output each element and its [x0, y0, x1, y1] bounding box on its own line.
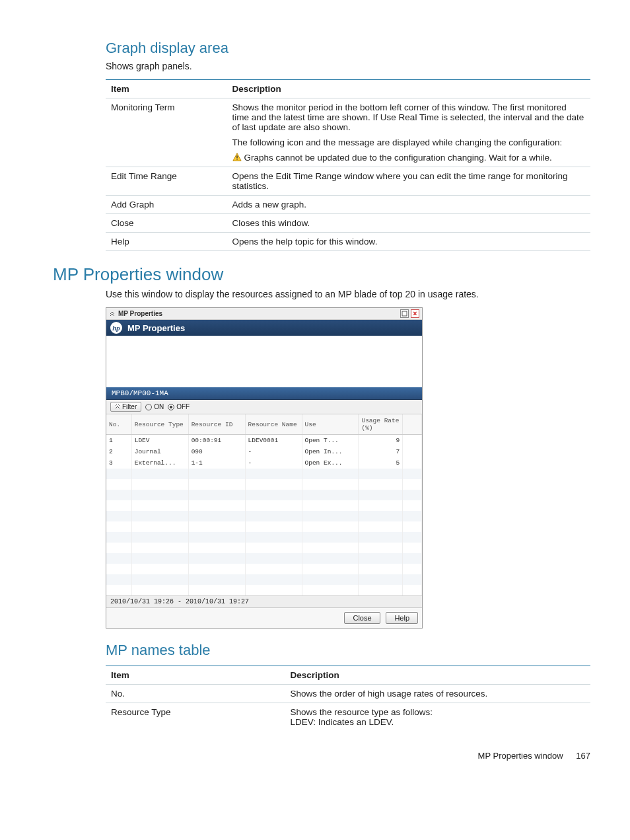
- grid-row-empty: [106, 521, 422, 532]
- cell-item: Resource Type: [106, 703, 285, 732]
- desc-line1: Shows the resource type as follows:: [291, 707, 433, 717]
- filter-button[interactable]: Filter: [110, 402, 141, 412]
- table-row: Monitoring Term Shows the monitor period…: [106, 98, 590, 167]
- mp-names-table: Item Description No. Shows the order of …: [106, 666, 590, 731]
- cell-rate: 9: [359, 435, 403, 447]
- status-bar: 2010/10/31 19:26 - 2010/10/31 19:27: [106, 595, 422, 607]
- cell-desc: Shows the resource type as follows: LDEV…: [285, 703, 590, 732]
- heading-mp-names-table: MP names table: [106, 642, 590, 659]
- cell-type: Journal: [131, 446, 188, 457]
- filter-on-radio[interactable]: ON: [145, 403, 164, 410]
- cell-desc: Closes this window.: [227, 214, 591, 233]
- cell-no: 1: [106, 435, 131, 447]
- table-row: Close Closes this window.: [106, 214, 590, 233]
- cell-id: 090: [188, 446, 245, 457]
- table-row: Resource Type Shows the resource type as…: [106, 703, 590, 732]
- cell-desc: Shows the order of high usage rates of r…: [285, 685, 590, 703]
- cell-item: Edit Time Range: [106, 167, 227, 196]
- window-body-spacer: [106, 336, 422, 387]
- cell-rate: 7: [359, 446, 403, 457]
- grid-row-empty: [106, 469, 422, 479]
- cell-no: 3: [106, 457, 131, 469]
- grid-row[interactable]: 1 LDEV 00:00:91 LDEV0001 Open T... 9: [106, 435, 422, 447]
- col-resource-type[interactable]: Resource Type: [131, 414, 188, 435]
- grid-row-empty: [106, 490, 422, 500]
- warning-text: Graphs cannot be updated due to the conf…: [244, 153, 552, 163]
- cell-type: External...: [131, 457, 188, 469]
- mp-properties-screenshot: MP Properties × hp MP Properties MPB0/MP…: [106, 307, 423, 629]
- table-row: No. Shows the order of high usage rates …: [106, 685, 590, 703]
- desc-warning: Graphs cannot be updated due to the conf…: [232, 153, 586, 163]
- col-description: Description: [227, 80, 591, 98]
- col-resource-name[interactable]: Resource Name: [245, 414, 302, 435]
- cell-desc: Adds a new graph.: [227, 196, 591, 214]
- paragraph: Shows graph panels.: [106, 61, 590, 71]
- col-item: Item: [106, 80, 227, 98]
- table-header-row: Item Description: [106, 80, 590, 98]
- footer-text: MP Properties window: [478, 751, 563, 761]
- cell-item: Close: [106, 214, 227, 233]
- window-header: hp MP Properties: [106, 320, 422, 336]
- filter-button-label: Filter: [122, 403, 137, 410]
- window-titlebar: MP Properties ×: [106, 308, 422, 320]
- grid-row-empty: [106, 564, 422, 574]
- cell-name: -: [245, 446, 302, 457]
- tab-label[interactable]: MPB0/MP00-1MA: [106, 387, 422, 400]
- cell-item: No.: [106, 685, 285, 703]
- radio-icon: [168, 404, 174, 410]
- resource-grid: No. Resource Type Resource ID Resource N…: [106, 414, 422, 595]
- cell-desc: Opens the help topic for this window.: [227, 233, 591, 251]
- cell-use: Open Ex...: [302, 457, 359, 469]
- help-button[interactable]: Help: [386, 612, 418, 624]
- grid-row-empty: [106, 585, 422, 595]
- cell-desc: Opens the Edit Time Range window where y…: [227, 167, 591, 196]
- maximize-button[interactable]: [400, 309, 409, 318]
- window-header-title: MP Properties: [127, 323, 185, 333]
- desc-p1: Shows the monitor period in the bottom l…: [232, 102, 586, 132]
- cell-type: LDEV: [131, 435, 188, 447]
- heading-graph-display-area: Graph display area: [106, 40, 590, 57]
- paragraph: Use this window to display the resources…: [106, 289, 590, 299]
- cell-desc: Shows the monitor period in the bottom l…: [227, 98, 591, 167]
- grid-row-empty: [106, 511, 422, 521]
- grid-row-empty: [106, 500, 422, 511]
- cell-item: Monitoring Term: [106, 98, 227, 167]
- col-no[interactable]: No.: [106, 414, 131, 435]
- filter-off-radio[interactable]: OFF: [168, 403, 190, 410]
- button-row: Close Help: [106, 607, 422, 628]
- graph-area-table: Item Description Monitoring Term Shows t…: [106, 79, 590, 251]
- close-button[interactable]: Close: [344, 612, 380, 624]
- cell-rate: 5: [359, 457, 403, 469]
- grid-row[interactable]: 2 Journal 090 - Open In... 7: [106, 446, 422, 457]
- filter-toolbar: Filter ON OFF: [106, 400, 422, 414]
- svg-rect-2: [236, 159, 237, 159]
- cell-item: Add Graph: [106, 196, 227, 214]
- collapse-icon[interactable]: [109, 310, 116, 318]
- table-header-row: Item Description: [106, 666, 590, 685]
- grid-row[interactable]: 3 External... 1-1 - Open Ex... 5: [106, 457, 422, 469]
- warning-icon: [232, 153, 242, 162]
- col-resource-id[interactable]: Resource ID: [188, 414, 245, 435]
- table-row: Add Graph Adds a new graph.: [106, 196, 590, 214]
- close-button[interactable]: ×: [411, 309, 419, 318]
- col-use[interactable]: Use: [302, 414, 359, 435]
- cell-use: Open In...: [302, 446, 359, 457]
- table-row: Help Opens the help topic for this windo…: [106, 233, 590, 251]
- page-footer: MP Properties window 167: [53, 751, 590, 761]
- grid-row-empty: [106, 532, 422, 543]
- cell-id: 1-1: [188, 457, 245, 469]
- col-usage-rate[interactable]: Usage Rate (%): [359, 414, 403, 435]
- grid-row-empty: [106, 543, 422, 553]
- page-number: 167: [576, 751, 590, 761]
- radio-label: ON: [154, 403, 164, 410]
- col-description: Description: [285, 666, 590, 685]
- radio-label: OFF: [176, 403, 190, 410]
- heading-mp-properties-window: MP Properties window: [53, 264, 590, 285]
- col-item: Item: [106, 666, 285, 685]
- cell-no: 2: [106, 446, 131, 457]
- chevron-up-icon: [115, 404, 120, 410]
- grid-header-row: No. Resource Type Resource ID Resource N…: [106, 414, 422, 435]
- desc-line2: LDEV: Indicates an LDEV.: [291, 717, 394, 727]
- window-title: MP Properties: [118, 310, 398, 317]
- svg-rect-1: [236, 155, 237, 158]
